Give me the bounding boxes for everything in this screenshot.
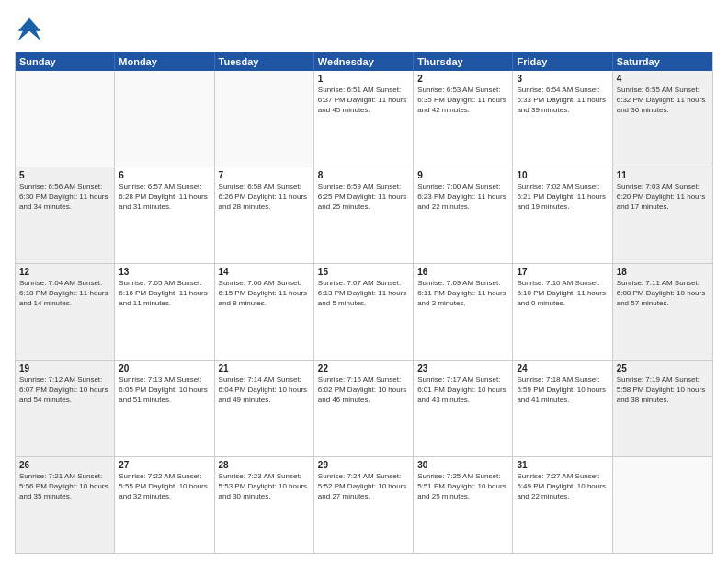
day-number: 8 [318, 170, 409, 180]
calendar-cell: 16Sunrise: 7:09 AM Sunset: 6:11 PM Dayli… [414, 264, 513, 360]
day-number: 1 [318, 74, 409, 84]
day-number: 31 [517, 460, 608, 470]
day-info: Sunrise: 7:17 AM Sunset: 6:01 PM Dayligh… [417, 375, 508, 405]
day-number: 12 [19, 267, 110, 277]
weekday-header-monday: Monday [115, 52, 214, 71]
day-number: 10 [517, 170, 608, 180]
day-info: Sunrise: 7:16 AM Sunset: 6:02 PM Dayligh… [318, 375, 409, 405]
calendar-cell: 5Sunrise: 6:56 AM Sunset: 6:30 PM Daylig… [16, 167, 115, 263]
calendar-cell: 7Sunrise: 6:58 AM Sunset: 6:26 PM Daylig… [215, 167, 314, 263]
day-info: Sunrise: 6:54 AM Sunset: 6:33 PM Dayligh… [517, 86, 608, 115]
day-number: 18 [617, 267, 709, 277]
calendar-cell: 24Sunrise: 7:18 AM Sunset: 5:59 PM Dayli… [513, 361, 612, 456]
weekday-header-sunday: Sunday [16, 52, 115, 71]
day-number: 11 [617, 170, 709, 180]
calendar-cell: 15Sunrise: 7:07 AM Sunset: 6:13 PM Dayli… [314, 264, 414, 360]
calendar-cell [215, 71, 314, 167]
calendar-cell: 9Sunrise: 7:00 AM Sunset: 6:23 PM Daylig… [414, 167, 513, 263]
day-number: 29 [318, 460, 409, 470]
logo [15, 15, 48, 44]
day-number: 24 [517, 363, 608, 373]
calendar-cell: 30Sunrise: 7:25 AM Sunset: 5:51 PM Dayli… [414, 457, 513, 553]
calendar-cell: 22Sunrise: 7:16 AM Sunset: 6:02 PM Dayli… [314, 361, 414, 456]
day-number: 22 [318, 363, 409, 373]
calendar-cell: 27Sunrise: 7:22 AM Sunset: 5:55 PM Dayli… [115, 457, 214, 553]
calendar-body: 1Sunrise: 6:51 AM Sunset: 6:37 PM Daylig… [16, 71, 712, 553]
calendar-cell: 23Sunrise: 7:17 AM Sunset: 6:01 PM Dayli… [414, 361, 513, 456]
day-info: Sunrise: 6:56 AM Sunset: 6:30 PM Dayligh… [19, 182, 110, 212]
day-info: Sunrise: 7:09 AM Sunset: 6:11 PM Dayligh… [417, 279, 508, 308]
calendar-container: SundayMondayTuesdayWednesdayThursdayFrid… [0, 0, 728, 563]
calendar-cell: 6Sunrise: 6:57 AM Sunset: 6:28 PM Daylig… [115, 167, 214, 263]
calendar-cell [115, 71, 214, 167]
day-info: Sunrise: 7:12 AM Sunset: 6:07 PM Dayligh… [19, 375, 110, 405]
calendar-cell: 29Sunrise: 7:24 AM Sunset: 5:52 PM Dayli… [314, 457, 414, 553]
day-number: 17 [517, 267, 608, 277]
weekday-header-thursday: Thursday [414, 52, 513, 71]
calendar: SundayMondayTuesdayWednesdayThursdayFrid… [15, 52, 713, 554]
calendar-cell: 17Sunrise: 7:10 AM Sunset: 6:10 PM Dayli… [513, 264, 612, 360]
day-info: Sunrise: 7:02 AM Sunset: 6:21 PM Dayligh… [517, 182, 608, 212]
day-number: 2 [417, 74, 508, 84]
day-info: Sunrise: 6:51 AM Sunset: 6:37 PM Dayligh… [318, 86, 409, 115]
day-info: Sunrise: 7:06 AM Sunset: 6:15 PM Dayligh… [219, 279, 310, 308]
day-number: 16 [417, 267, 508, 277]
day-number: 4 [617, 74, 709, 84]
day-info: Sunrise: 6:57 AM Sunset: 6:28 PM Dayligh… [119, 182, 210, 212]
day-number: 27 [119, 460, 210, 470]
calendar-cell: 3Sunrise: 6:54 AM Sunset: 6:33 PM Daylig… [513, 71, 612, 167]
day-info: Sunrise: 7:24 AM Sunset: 5:52 PM Dayligh… [318, 472, 409, 501]
calendar-cell: 13Sunrise: 7:05 AM Sunset: 6:16 PM Dayli… [115, 264, 214, 360]
day-info: Sunrise: 6:59 AM Sunset: 6:25 PM Dayligh… [318, 182, 409, 212]
day-number: 25 [617, 363, 709, 373]
calendar-cell: 20Sunrise: 7:13 AM Sunset: 6:05 PM Dayli… [115, 361, 214, 456]
calendar-week-3: 12Sunrise: 7:04 AM Sunset: 6:18 PM Dayli… [16, 264, 712, 361]
calendar-week-5: 26Sunrise: 7:21 AM Sunset: 5:56 PM Dayli… [16, 457, 712, 553]
day-number: 5 [19, 170, 110, 180]
day-info: Sunrise: 6:58 AM Sunset: 6:26 PM Dayligh… [219, 182, 310, 212]
calendar-cell: 11Sunrise: 7:03 AM Sunset: 6:20 PM Dayli… [613, 167, 712, 263]
calendar-header: SundayMondayTuesdayWednesdayThursdayFrid… [16, 52, 712, 71]
day-info: Sunrise: 7:21 AM Sunset: 5:56 PM Dayligh… [19, 472, 110, 501]
day-number: 14 [219, 267, 310, 277]
day-number: 3 [517, 74, 608, 84]
calendar-cell [16, 71, 115, 167]
day-number: 28 [219, 460, 310, 470]
day-number: 26 [19, 460, 110, 470]
day-info: Sunrise: 7:11 AM Sunset: 6:08 PM Dayligh… [617, 279, 709, 308]
calendar-week-2: 5Sunrise: 6:56 AM Sunset: 6:30 PM Daylig… [16, 167, 712, 264]
day-info: Sunrise: 6:55 AM Sunset: 6:32 PM Dayligh… [617, 86, 709, 115]
day-number: 19 [19, 363, 110, 373]
calendar-cell: 8Sunrise: 6:59 AM Sunset: 6:25 PM Daylig… [314, 167, 414, 263]
svg-marker-0 [18, 18, 41, 41]
weekday-header-tuesday: Tuesday [215, 52, 314, 71]
day-info: Sunrise: 7:19 AM Sunset: 5:58 PM Dayligh… [617, 375, 709, 405]
calendar-cell: 26Sunrise: 7:21 AM Sunset: 5:56 PM Dayli… [16, 457, 115, 553]
calendar-cell: 18Sunrise: 7:11 AM Sunset: 6:08 PM Dayli… [613, 264, 712, 360]
weekday-header-wednesday: Wednesday [314, 52, 414, 71]
calendar-cell: 1Sunrise: 6:51 AM Sunset: 6:37 PM Daylig… [314, 71, 414, 167]
calendar-cell: 14Sunrise: 7:06 AM Sunset: 6:15 PM Dayli… [215, 264, 314, 360]
day-info: Sunrise: 7:25 AM Sunset: 5:51 PM Dayligh… [417, 472, 508, 501]
day-info: Sunrise: 7:23 AM Sunset: 5:53 PM Dayligh… [219, 472, 310, 501]
day-info: Sunrise: 7:22 AM Sunset: 5:55 PM Dayligh… [119, 472, 210, 501]
calendar-cell: 2Sunrise: 6:53 AM Sunset: 6:35 PM Daylig… [414, 71, 513, 167]
day-info: Sunrise: 7:18 AM Sunset: 5:59 PM Dayligh… [517, 375, 608, 405]
day-number: 23 [417, 363, 508, 373]
day-info: Sunrise: 7:14 AM Sunset: 6:04 PM Dayligh… [219, 375, 310, 405]
day-number: 6 [119, 170, 210, 180]
day-number: 7 [219, 170, 310, 180]
calendar-cell: 21Sunrise: 7:14 AM Sunset: 6:04 PM Dayli… [215, 361, 314, 456]
calendar-cell: 25Sunrise: 7:19 AM Sunset: 5:58 PM Dayli… [613, 361, 712, 456]
calendar-cell: 19Sunrise: 7:12 AM Sunset: 6:07 PM Dayli… [16, 361, 115, 456]
header [15, 15, 713, 44]
calendar-cell [613, 457, 712, 553]
day-info: Sunrise: 7:04 AM Sunset: 6:18 PM Dayligh… [19, 279, 110, 308]
calendar-week-1: 1Sunrise: 6:51 AM Sunset: 6:37 PM Daylig… [16, 71, 712, 167]
day-number: 21 [219, 363, 310, 373]
day-info: Sunrise: 7:27 AM Sunset: 5:49 PM Dayligh… [517, 472, 608, 501]
day-info: Sunrise: 7:07 AM Sunset: 6:13 PM Dayligh… [318, 279, 409, 308]
day-number: 30 [417, 460, 508, 470]
day-info: Sunrise: 6:53 AM Sunset: 6:35 PM Dayligh… [417, 86, 508, 115]
day-number: 20 [119, 363, 210, 373]
